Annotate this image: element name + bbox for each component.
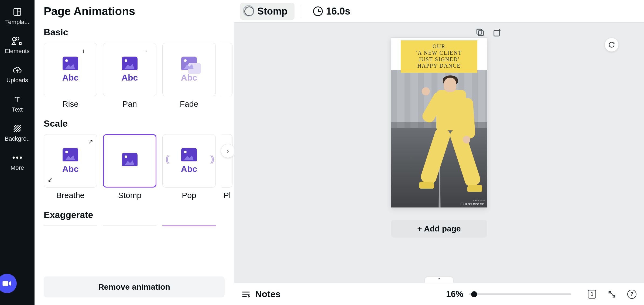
anim-tile-pop[interactable]: (( )) Abc xyxy=(162,134,216,188)
add-page-button[interactable]: + Add page xyxy=(391,220,487,238)
nav-text[interactable]: Text xyxy=(0,89,35,118)
section-basic-title: Basic xyxy=(44,27,234,37)
nav-background[interactable]: Backgro.. xyxy=(0,118,35,147)
nav-elements[interactable]: Elements xyxy=(0,30,35,59)
arrow-up-icon: ↑ xyxy=(82,47,85,54)
nav-uploads[interactable]: Uploads xyxy=(0,59,35,88)
svg-rect-7 xyxy=(3,281,8,286)
tile-label-partial: Pl xyxy=(222,191,232,200)
thumb-icon xyxy=(122,153,138,166)
anim-tile-breathe[interactable]: ↗ ↙ Abc xyxy=(44,134,97,188)
duration-control[interactable]: 16.0s xyxy=(313,6,350,17)
page-actions xyxy=(476,28,502,37)
design-page[interactable]: OUR 'A NEW CLIENT JUST SIGNED' HAPPY DAN… xyxy=(391,38,487,207)
nav-label: Text xyxy=(12,106,23,113)
templates-icon xyxy=(11,7,23,17)
page-count-button[interactable]: 1 xyxy=(587,290,597,299)
panel-title: Page Animations xyxy=(35,0,234,24)
design-headline[interactable]: OUR 'A NEW CLIENT JUST SIGNED' HAPPY DAN… xyxy=(401,40,477,73)
tile-abc: Abc xyxy=(62,164,78,174)
dancing-person[interactable] xyxy=(417,78,479,193)
anim-tile-peek[interactable] xyxy=(162,226,216,227)
animations-panel: Page Animations Basic ↑ Abc Rise → A xyxy=(35,0,234,305)
nav-label: Backgro.. xyxy=(5,136,30,142)
tile-abc: Abc xyxy=(122,73,138,83)
current-animation-chip[interactable]: Stomp xyxy=(240,3,294,20)
wave-icon: )) xyxy=(210,154,213,164)
animation-rings-icon xyxy=(244,6,254,16)
remove-animation-button[interactable]: Remove animation xyxy=(44,276,225,297)
fullscreen-button[interactable] xyxy=(607,290,616,299)
nav-label: Elements xyxy=(5,48,30,54)
anim-tile-pan[interactable]: → Abc xyxy=(103,43,156,96)
duplicate-icon xyxy=(476,28,485,37)
notes-icon xyxy=(242,291,250,297)
help-button[interactable]: ? xyxy=(627,290,636,299)
zoom-slider-thumb[interactable] xyxy=(471,291,477,297)
uploads-icon xyxy=(11,65,23,75)
add-page-label: + Add page xyxy=(417,224,461,233)
nav-label: Templat.. xyxy=(5,19,29,25)
svg-point-6 xyxy=(20,157,22,159)
panel-scroll: Basic ↑ Abc Rise → Abc xyxy=(35,24,234,276)
bottom-right-tools: 1 ? xyxy=(587,290,636,299)
fullscreen-icon xyxy=(608,290,616,299)
notes-button[interactable]: Notes xyxy=(242,289,280,299)
page-plus-icon xyxy=(492,28,502,37)
tile-label: Stomp xyxy=(118,191,142,200)
anim-tile-partial[interactable] xyxy=(222,43,232,96)
anim-tile-peek[interactable] xyxy=(44,226,97,227)
text-icon xyxy=(11,95,23,104)
scale-tiles: ↗ ↙ Abc Breathe Stomp (( ) xyxy=(44,134,234,200)
comment-button[interactable] xyxy=(605,38,619,52)
separator xyxy=(301,5,301,18)
canvas-stage: OUR 'A NEW CLIENT JUST SIGNED' HAPPY DAN… xyxy=(234,23,644,283)
anim-tile-stomp[interactable] xyxy=(103,134,156,188)
thumb-icon xyxy=(181,148,197,161)
svg-point-5 xyxy=(16,157,18,159)
remove-animation-label: Remove animation xyxy=(98,282,170,292)
anim-tile-peek[interactable] xyxy=(103,226,156,227)
exaggerate-tiles xyxy=(44,226,234,227)
nav-more[interactable]: More xyxy=(0,147,35,176)
tile-label: Pop xyxy=(182,191,196,200)
timeline-toggle[interactable]: ⌃ xyxy=(425,277,453,283)
notes-label: Notes xyxy=(255,289,280,299)
zoom-slider[interactable] xyxy=(469,293,571,295)
thumb-icon xyxy=(122,57,138,70)
tile-abc: Abc xyxy=(181,164,197,174)
svg-point-4 xyxy=(13,157,15,159)
thumb-icon xyxy=(181,57,197,70)
arrow-diag-icon: ↙ xyxy=(48,176,53,183)
tile-abc: Abc xyxy=(62,73,78,83)
clock-icon xyxy=(313,6,323,16)
tile-label: Rise xyxy=(62,99,78,109)
record-button[interactable] xyxy=(0,274,17,293)
chevron-right-icon: › xyxy=(227,147,229,155)
anim-tile-fade[interactable]: Abc xyxy=(162,43,216,96)
svg-rect-10 xyxy=(494,30,499,36)
wave-icon: (( xyxy=(165,154,168,164)
background-icon xyxy=(11,124,23,133)
anim-tile-partial[interactable] xyxy=(222,134,232,188)
duplicate-page-button[interactable] xyxy=(476,28,485,37)
section-exaggerate-title: Exaggerate xyxy=(44,210,234,220)
canvas-area: Stomp 16.0s OUR 'A NEW CLIENT JUST S xyxy=(234,0,644,305)
basic-tiles: ↑ Abc Rise → Abc Pan xyxy=(44,43,234,109)
nav-label: Uploads xyxy=(6,77,28,84)
arrow-right-icon: → xyxy=(142,47,148,54)
elements-icon xyxy=(11,36,23,46)
thumb-icon xyxy=(63,148,78,161)
scroll-right-button[interactable]: › xyxy=(221,144,234,158)
tile-abc: Abc xyxy=(181,73,197,83)
more-icon xyxy=(11,153,23,162)
anim-tile-rise[interactable]: ↑ Abc xyxy=(44,43,97,96)
nav-templates[interactable]: Templat.. xyxy=(0,1,35,30)
svg-rect-9 xyxy=(477,29,482,34)
left-nav: Templat.. Elements Uploads Text Backgro.… xyxy=(0,0,35,305)
add-page-above-button[interactable] xyxy=(492,28,502,37)
arrow-diag-icon: ↗ xyxy=(88,138,93,145)
tile-label: Pan xyxy=(122,99,137,109)
bottom-bar: Notes 16% 1 ? xyxy=(234,283,644,305)
watermark: made with unscreen xyxy=(461,200,485,206)
